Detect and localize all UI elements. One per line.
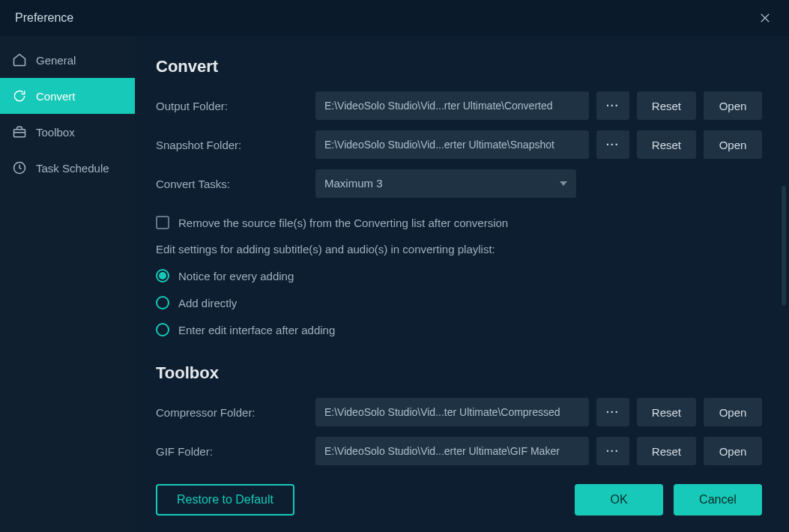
snapshot-folder-label: Snapshot Folder: [156,139,315,151]
more-icon: ··· [606,406,620,418]
convert-tasks-value: Maximum 3 [324,177,383,190]
clock-icon [12,160,27,175]
sidebar-item-toolbox[interactable]: Toolbox [0,114,135,150]
radio-option-notice[interactable]: Notice for every adding [156,269,762,282]
toolbox-icon [12,124,27,139]
content-panel: Convert Output Folder: E:\VideoSolo Stud… [135,36,789,532]
compressor-folder-input[interactable]: E:\VideoSolo Studio\Vid...ter Ultimate\C… [315,398,589,426]
convert-icon [12,88,27,103]
svg-rect-2 [14,130,25,137]
compressor-folder-row: Compressor Folder: E:\VideoSolo Studio\V… [156,398,762,426]
scrollbar-thumb[interactable] [782,186,786,306]
snapshot-folder-input[interactable]: E:\VideoSolo Studio\Vid...erter Ultimate… [315,130,589,159]
sidebar-item-label: Toolbox [36,126,75,139]
radio-option-add-directly[interactable]: Add directly [156,296,762,309]
restore-default-button[interactable]: Restore to Default [156,484,294,516]
output-folder-row: Output Folder: E:\VideoSolo Studio\Vid..… [156,91,762,120]
radio-edit-interface[interactable] [156,323,169,336]
convert-tasks-label: Convert Tasks: [156,178,315,190]
toolbox-heading: Toolbox [156,363,762,383]
close-icon [758,11,772,25]
remove-source-checkbox[interactable] [156,216,169,229]
snapshot-folder-row: Snapshot Folder: E:\VideoSolo Studio\Vid… [156,130,762,159]
titlebar: Preference [0,0,789,36]
home-icon [12,52,27,67]
radio-add-directly[interactable] [156,296,169,309]
output-folder-browse-button[interactable]: ··· [596,91,629,120]
compressor-folder-reset-button[interactable]: Reset [637,398,696,426]
gif-folder-browse-button[interactable]: ··· [596,437,629,465]
more-icon: ··· [606,445,620,457]
sidebar-item-convert[interactable]: Convert [0,78,135,114]
snapshot-folder-browse-button[interactable]: ··· [596,130,629,159]
footer: Restore to Default OK Cancel [135,477,789,532]
gif-folder-reset-button[interactable]: Reset [637,437,696,465]
sidebar-item-task-schedule[interactable]: Task Schedule [0,150,135,186]
gif-folder-input[interactable]: E:\VideoSolo Studio\Vid...erter Ultimate… [315,437,589,465]
gif-folder-row: GIF Folder: E:\VideoSolo Studio\Vid...er… [156,437,762,465]
radio-option-edit-interface[interactable]: Enter edit interface after adding [156,323,762,336]
snapshot-folder-open-button[interactable]: Open [704,130,762,159]
sidebar-item-label: Convert [36,90,76,103]
radio-add-directly-label: Add directly [178,297,237,309]
compressor-folder-browse-button[interactable]: ··· [596,398,629,426]
remove-source-row[interactable]: Remove the source file(s) from the Conve… [156,216,762,229]
sidebar-item-label: General [36,54,76,67]
convert-heading: Convert [156,57,762,76]
compressor-folder-label: Compressor Folder: [156,406,315,419]
chevron-down-icon [560,181,567,186]
sidebar-item-general[interactable]: General [0,42,135,78]
gif-folder-open-button[interactable]: Open [704,437,762,465]
radio-edit-interface-label: Enter edit interface after adding [178,324,335,336]
close-button[interactable] [756,9,774,27]
cancel-button[interactable]: Cancel [674,484,762,516]
radio-notice-label: Notice for every adding [178,270,294,282]
sidebar-item-label: Task Schedule [36,162,109,175]
convert-tasks-row: Convert Tasks: Maximum 3 [156,169,762,198]
compressor-folder-open-button[interactable]: Open [704,398,762,426]
convert-tasks-select[interactable]: Maximum 3 [315,169,576,198]
radio-notice[interactable] [156,269,169,282]
ok-button[interactable]: OK [575,484,663,516]
snapshot-folder-reset-button[interactable]: Reset [637,130,696,159]
more-icon: ··· [606,100,620,112]
output-folder-reset-button[interactable]: Reset [637,91,696,120]
sidebar: General Convert Toolbox Task Schedule [0,36,135,532]
more-icon: ··· [606,139,620,151]
output-folder-input[interactable]: E:\VideoSolo Studio\Vid...rter Ultimate\… [315,91,589,120]
gif-folder-label: GIF Folder: [156,445,315,458]
remove-source-label: Remove the source file(s) from the Conve… [178,217,508,229]
window-title: Preference [15,11,73,25]
output-folder-open-button[interactable]: Open [704,91,762,120]
output-folder-label: Output Folder: [156,100,315,112]
subtitle-settings-hint: Edit settings for adding subtitle(s) and… [156,243,762,256]
